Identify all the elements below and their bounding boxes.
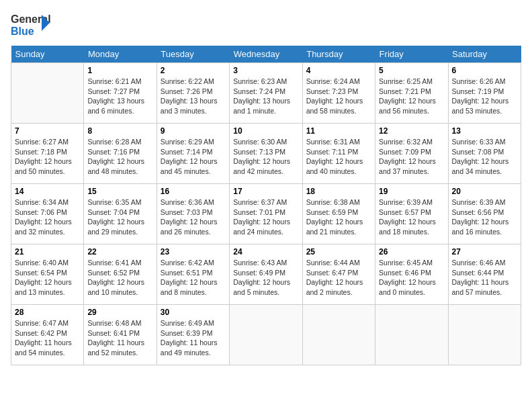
day-number: 7: [15, 126, 80, 136]
day-info: Sunrise: 6:45 AMSunset: 6:46 PMDaylight:…: [379, 258, 444, 298]
calendar-cell: 7Sunrise: 6:27 AMSunset: 7:18 PMDaylight…: [11, 124, 84, 184]
day-info: Sunrise: 6:46 AMSunset: 6:44 PMDaylight:…: [452, 258, 517, 298]
day-info: Sunrise: 6:41 AMSunset: 6:52 PMDaylight:…: [87, 258, 152, 298]
day-number: 20: [452, 187, 517, 196]
day-number: 14: [15, 187, 80, 196]
day-info: Sunrise: 6:25 AMSunset: 7:21 PMDaylight:…: [379, 77, 444, 116]
day-info: Sunrise: 6:35 AMSunset: 7:04 PMDaylight:…: [87, 197, 152, 237]
calendar-cell: 16Sunrise: 6:36 AMSunset: 7:03 PMDayligh…: [157, 184, 229, 244]
day-info: Sunrise: 6:48 AMSunset: 6:41 PMDaylight:…: [87, 318, 152, 358]
calendar-cell: 15Sunrise: 6:35 AMSunset: 7:04 PMDayligh…: [84, 184, 157, 244]
day-info: Sunrise: 6:39 AMSunset: 6:56 PMDaylight:…: [452, 197, 517, 237]
calendar-cell: 26Sunrise: 6:45 AMSunset: 6:46 PMDayligh…: [375, 244, 448, 305]
calendar-cell: 23Sunrise: 6:42 AMSunset: 6:51 PMDayligh…: [157, 244, 229, 305]
day-info: Sunrise: 6:44 AMSunset: 6:47 PMDaylight:…: [306, 258, 371, 298]
day-number: 19: [379, 187, 444, 196]
day-number: 9: [161, 126, 226, 136]
day-number: 23: [161, 247, 226, 257]
day-number: 17: [233, 187, 298, 196]
day-number: 24: [233, 247, 298, 257]
col-header-thursday: Thursday: [302, 46, 375, 63]
col-header-monday: Monday: [84, 46, 157, 63]
day-info: Sunrise: 6:39 AMSunset: 6:57 PMDaylight:…: [379, 197, 444, 237]
calendar-cell: 10Sunrise: 6:30 AMSunset: 7:13 PMDayligh…: [230, 124, 302, 184]
page-header: GeneralBlue: [11, 11, 521, 39]
calendar-cell: [375, 305, 448, 365]
day-info: Sunrise: 6:32 AMSunset: 7:09 PMDaylight:…: [379, 137, 444, 177]
calendar-cell: 24Sunrise: 6:43 AMSunset: 6:49 PMDayligh…: [230, 244, 302, 305]
day-info: Sunrise: 6:40 AMSunset: 6:54 PMDaylight:…: [15, 258, 80, 298]
calendar-cell: 17Sunrise: 6:37 AMSunset: 7:01 PMDayligh…: [230, 184, 302, 244]
calendar-cell: 9Sunrise: 6:29 AMSunset: 7:14 PMDaylight…: [157, 124, 229, 184]
logo-svg: GeneralBlue: [11, 11, 51, 39]
day-info: Sunrise: 6:43 AMSunset: 6:49 PMDaylight:…: [233, 258, 298, 298]
day-info: Sunrise: 6:24 AMSunset: 7:23 PMDaylight:…: [306, 77, 371, 116]
day-number: 12: [379, 126, 444, 136]
day-number: 13: [452, 126, 517, 136]
day-number: 29: [87, 308, 152, 317]
day-number: 10: [233, 126, 298, 136]
col-header-saturday: Saturday: [448, 46, 521, 63]
col-header-tuesday: Tuesday: [157, 46, 229, 63]
calendar-cell: 14Sunrise: 6:34 AMSunset: 7:06 PMDayligh…: [11, 184, 84, 244]
day-info: Sunrise: 6:47 AMSunset: 6:42 PMDaylight:…: [15, 318, 80, 358]
calendar-cell: [448, 305, 521, 365]
calendar-cell: 20Sunrise: 6:39 AMSunset: 6:56 PMDayligh…: [448, 184, 521, 244]
calendar-cell: 4Sunrise: 6:24 AMSunset: 7:23 PMDaylight…: [302, 63, 375, 124]
day-number: 4: [306, 66, 371, 75]
calendar-cell: [11, 63, 84, 124]
calendar-cell: [302, 305, 375, 365]
day-info: Sunrise: 6:21 AMSunset: 7:27 PMDaylight:…: [87, 77, 152, 116]
calendar-cell: 5Sunrise: 6:25 AMSunset: 7:21 PMDaylight…: [375, 63, 448, 124]
calendar-cell: 22Sunrise: 6:41 AMSunset: 6:52 PMDayligh…: [84, 244, 157, 305]
calendar-cell: 25Sunrise: 6:44 AMSunset: 6:47 PMDayligh…: [302, 244, 375, 305]
day-info: Sunrise: 6:26 AMSunset: 7:19 PMDaylight:…: [452, 77, 517, 116]
day-number: 1: [87, 66, 152, 75]
day-number: 15: [87, 187, 152, 196]
calendar-cell: 6Sunrise: 6:26 AMSunset: 7:19 PMDaylight…: [448, 63, 521, 124]
day-number: 5: [379, 66, 444, 75]
calendar-cell: 2Sunrise: 6:22 AMSunset: 7:26 PMDaylight…: [157, 63, 229, 124]
day-info: Sunrise: 6:31 AMSunset: 7:11 PMDaylight:…: [306, 137, 371, 177]
day-info: Sunrise: 6:22 AMSunset: 7:26 PMDaylight:…: [161, 77, 226, 116]
day-info: Sunrise: 6:30 AMSunset: 7:13 PMDaylight:…: [233, 137, 298, 177]
day-number: 22: [87, 247, 152, 257]
day-number: 6: [452, 66, 517, 75]
day-number: 18: [306, 187, 371, 196]
day-number: 11: [306, 126, 371, 136]
calendar-cell: 3Sunrise: 6:23 AMSunset: 7:24 PMDaylight…: [230, 63, 302, 124]
calendar-cell: 27Sunrise: 6:46 AMSunset: 6:44 PMDayligh…: [448, 244, 521, 305]
day-info: Sunrise: 6:34 AMSunset: 7:06 PMDaylight:…: [15, 197, 80, 237]
day-number: 25: [306, 247, 371, 257]
calendar-cell: 29Sunrise: 6:48 AMSunset: 6:41 PMDayligh…: [84, 305, 157, 365]
day-number: 2: [161, 66, 226, 75]
calendar-cell: 12Sunrise: 6:32 AMSunset: 7:09 PMDayligh…: [375, 124, 448, 184]
day-number: 28: [15, 308, 80, 317]
calendar-cell: 8Sunrise: 6:28 AMSunset: 7:16 PMDaylight…: [84, 124, 157, 184]
calendar-cell: 13Sunrise: 6:33 AMSunset: 7:08 PMDayligh…: [448, 124, 521, 184]
day-info: Sunrise: 6:23 AMSunset: 7:24 PMDaylight:…: [233, 77, 298, 116]
calendar-cell: 1Sunrise: 6:21 AMSunset: 7:27 PMDaylight…: [84, 63, 157, 124]
day-number: 30: [161, 308, 226, 317]
day-info: Sunrise: 6:28 AMSunset: 7:16 PMDaylight:…: [87, 137, 152, 177]
day-number: 27: [452, 247, 517, 257]
logo: GeneralBlue: [11, 11, 51, 39]
calendar-cell: 11Sunrise: 6:31 AMSunset: 7:11 PMDayligh…: [302, 124, 375, 184]
day-info: Sunrise: 6:38 AMSunset: 6:59 PMDaylight:…: [306, 197, 371, 237]
calendar-cell: 19Sunrise: 6:39 AMSunset: 6:57 PMDayligh…: [375, 184, 448, 244]
day-info: Sunrise: 6:33 AMSunset: 7:08 PMDaylight:…: [452, 137, 517, 177]
day-number: 8: [87, 126, 152, 136]
day-info: Sunrise: 6:36 AMSunset: 7:03 PMDaylight:…: [161, 197, 226, 237]
svg-text:Blue: Blue: [11, 26, 34, 37]
day-info: Sunrise: 6:37 AMSunset: 7:01 PMDaylight:…: [233, 197, 298, 237]
calendar-cell: [230, 305, 302, 365]
day-info: Sunrise: 6:29 AMSunset: 7:14 PMDaylight:…: [161, 137, 226, 177]
day-number: 26: [379, 247, 444, 257]
day-info: Sunrise: 6:49 AMSunset: 6:39 PMDaylight:…: [161, 318, 226, 358]
col-header-sunday: Sunday: [11, 46, 84, 63]
calendar-cell: 30Sunrise: 6:49 AMSunset: 6:39 PMDayligh…: [157, 305, 229, 365]
day-number: 3: [233, 66, 298, 75]
day-info: Sunrise: 6:27 AMSunset: 7:18 PMDaylight:…: [15, 137, 80, 177]
day-number: 21: [15, 247, 80, 257]
calendar-cell: 18Sunrise: 6:38 AMSunset: 6:59 PMDayligh…: [302, 184, 375, 244]
